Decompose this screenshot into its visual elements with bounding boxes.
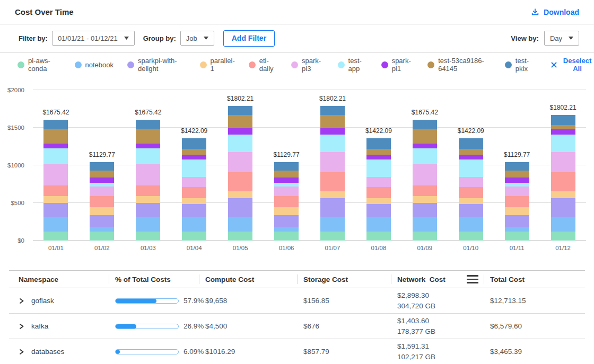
- bar-segment-test-53ca9186-64145[interactable]: [90, 171, 114, 177]
- bar-segment-sparkpi-with-delight[interactable]: [43, 203, 68, 217]
- bar-segment-pi-aws-conda[interactable]: [505, 232, 529, 241]
- bar-segment-sparkpi-with-delight[interactable]: [274, 215, 299, 227]
- bar-segment-sparkpi-with-delight[interactable]: [228, 198, 252, 217]
- bar-segment-test-app[interactable]: [459, 159, 483, 177]
- bar-segment-spark-pi1[interactable]: [459, 155, 483, 159]
- bar-segment-test-53ca9186-64145[interactable]: [274, 171, 299, 177]
- bar-segment-sparkpi-with-delight[interactable]: [320, 198, 345, 217]
- bar-segment-etl-daily[interactable]: [136, 185, 160, 196]
- bar-segment-notebook[interactable]: [228, 217, 252, 231]
- bar-segment-pi-aws-conda[interactable]: [274, 232, 299, 241]
- add-filter-button[interactable]: Add Filter: [223, 30, 275, 47]
- stacked-bar-01/05[interactable]: [228, 106, 252, 241]
- stacked-bar-01/08[interactable]: [366, 138, 391, 241]
- bar-segment-spark-pi3[interactable]: [505, 187, 529, 196]
- bar-segment-parallel-1[interactable]: [90, 207, 114, 215]
- stacked-bar-01/11[interactable]: [505, 162, 529, 241]
- bar-segment-pi-aws-conda[interactable]: [459, 232, 483, 241]
- date-range-select[interactable]: 01/01/21 - 01/12/21: [52, 31, 135, 46]
- bar-segment-sparkpi-with-delight[interactable]: [182, 204, 206, 217]
- bar-segment-parallel-1[interactable]: [320, 191, 345, 198]
- bar-segment-pi-aws-conda[interactable]: [136, 232, 160, 241]
- bar-segment-pi-aws-conda[interactable]: [320, 232, 345, 241]
- bar-segment-test-pkix[interactable]: [459, 138, 483, 149]
- bar-segment-spark-pi1[interactable]: [136, 144, 160, 149]
- bar-segment-parallel-1[interactable]: [136, 196, 160, 203]
- deselect-all-button[interactable]: Deselect All: [551, 57, 594, 73]
- bar-segment-pi-aws-conda[interactable]: [43, 232, 68, 241]
- bar-segment-spark-pi1[interactable]: [274, 177, 299, 183]
- bar-segment-etl-daily[interactable]: [43, 185, 68, 196]
- bar-segment-spark-pi3[interactable]: [320, 152, 345, 172]
- stacked-bar-01/07[interactable]: [320, 106, 345, 241]
- bar-segment-test-app[interactable]: [413, 148, 437, 164]
- expand-row-chevron-icon[interactable]: [19, 323, 24, 330]
- group-by-select[interactable]: Job: [180, 31, 214, 46]
- bar-segment-notebook[interactable]: [505, 227, 529, 232]
- legend-item-spark-pi3[interactable]: spark-pi3: [291, 57, 324, 73]
- bar-segment-etl-daily[interactable]: [274, 196, 299, 207]
- bar-segment-parallel-1[interactable]: [413, 196, 437, 203]
- stacked-bar-01/04[interactable]: [182, 138, 206, 241]
- bar-segment-test-pkix[interactable]: [90, 162, 114, 171]
- bar-segment-sparkpi-with-delight[interactable]: [505, 215, 529, 227]
- bar-segment-test-53ca9186-64145[interactable]: [182, 149, 206, 155]
- legend-item-notebook[interactable]: notebook: [75, 61, 114, 69]
- stacked-bar-01/02[interactable]: [90, 162, 114, 241]
- bar-segment-test-53ca9186-64145[interactable]: [228, 115, 252, 128]
- expand-row-chevron-icon[interactable]: [19, 298, 24, 304]
- bar-segment-notebook[interactable]: [43, 217, 68, 231]
- bar-segment-pi-aws-conda[interactable]: [366, 232, 391, 241]
- bar-segment-parallel-1[interactable]: [182, 198, 206, 205]
- bar-segment-spark-pi3[interactable]: [90, 187, 114, 196]
- legend-item-test-app[interactable]: test-app: [338, 57, 368, 73]
- bar-segment-notebook[interactable]: [551, 217, 575, 231]
- bar-segment-spark-pi3[interactable]: [459, 177, 483, 187]
- bar-segment-spark-pi1[interactable]: [320, 128, 345, 135]
- bar-segment-notebook[interactable]: [366, 217, 391, 231]
- bar-segment-parallel-1[interactable]: [43, 196, 68, 203]
- bar-segment-sparkpi-with-delight[interactable]: [551, 198, 575, 217]
- bar-segment-parallel-1[interactable]: [366, 198, 391, 205]
- download-button[interactable]: Download: [531, 8, 579, 16]
- stacked-bar-01/03[interactable]: [136, 120, 160, 241]
- bar-segment-sparkpi-with-delight[interactable]: [90, 215, 114, 227]
- bar-segment-test-53ca9186-64145[interactable]: [366, 149, 391, 155]
- bar-segment-notebook[interactable]: [459, 217, 483, 231]
- bar-segment-test-53ca9186-64145[interactable]: [136, 129, 160, 144]
- legend-item-test-53ca9186-64145[interactable]: test-53ca9186-64145: [427, 57, 491, 73]
- bar-segment-pi-aws-conda[interactable]: [551, 232, 575, 241]
- bar-segment-test-app[interactable]: [320, 135, 345, 152]
- bar-segment-etl-daily[interactable]: [459, 187, 483, 198]
- bar-segment-etl-daily[interactable]: [551, 172, 575, 192]
- bar-segment-sparkpi-with-delight[interactable]: [136, 203, 160, 217]
- bar-segment-notebook[interactable]: [274, 227, 299, 232]
- legend-item-spark-pi1[interactable]: spark-pi1: [381, 57, 414, 73]
- bar-segment-spark-pi3[interactable]: [136, 164, 160, 185]
- bar-segment-test-app[interactable]: [228, 135, 252, 152]
- bar-segment-pi-aws-conda[interactable]: [182, 232, 206, 241]
- bar-segment-spark-pi3[interactable]: [413, 164, 437, 185]
- bar-segment-sparkpi-with-delight[interactable]: [366, 204, 391, 217]
- bar-segment-spark-pi3[interactable]: [228, 152, 252, 172]
- bar-segment-test-app[interactable]: [90, 183, 114, 187]
- bar-segment-test-app[interactable]: [366, 159, 391, 177]
- bar-segment-test-app[interactable]: [505, 183, 529, 187]
- bar-segment-spark-pi3[interactable]: [366, 177, 391, 187]
- stacked-bar-01/10[interactable]: [459, 138, 483, 241]
- bar-segment-etl-daily[interactable]: [90, 196, 114, 207]
- bar-segment-spark-pi1[interactable]: [366, 155, 391, 159]
- bar-segment-test-pkix[interactable]: [505, 162, 529, 171]
- bar-segment-spark-pi1[interactable]: [43, 144, 68, 149]
- bar-segment-test-53ca9186-64145[interactable]: [505, 171, 529, 177]
- bar-segment-sparkpi-with-delight[interactable]: [459, 204, 483, 217]
- bar-segment-parallel-1[interactable]: [274, 207, 299, 215]
- bar-segment-test-app[interactable]: [274, 183, 299, 187]
- bar-segment-notebook[interactable]: [136, 217, 160, 231]
- bar-segment-test-53ca9186-64145[interactable]: [459, 149, 483, 155]
- stacked-bar-01/01[interactable]: [43, 120, 68, 241]
- bar-segment-sparkpi-with-delight[interactable]: [413, 203, 437, 217]
- bar-segment-notebook[interactable]: [90, 227, 114, 232]
- hamburger-icon[interactable]: [466, 274, 479, 285]
- bar-segment-parallel-1[interactable]: [459, 198, 483, 205]
